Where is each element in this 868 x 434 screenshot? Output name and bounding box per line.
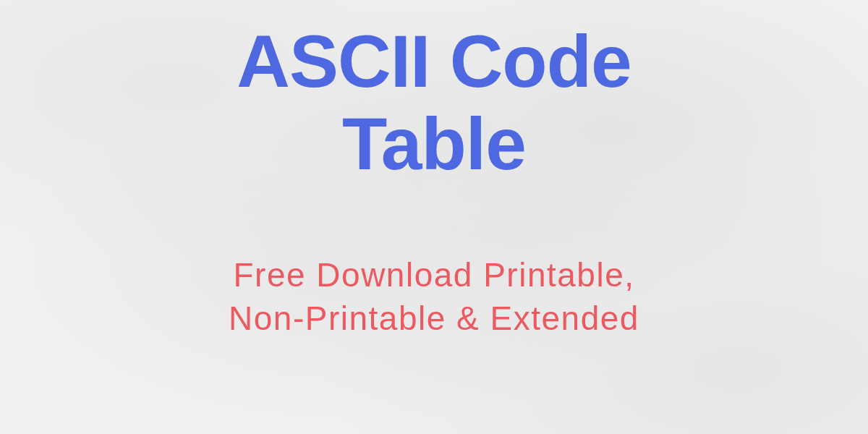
title-line-1: ASCII Code xyxy=(237,20,631,103)
title-line-2: Table xyxy=(342,103,526,185)
subtitle-line-2: Non-Printable & Extended xyxy=(229,299,639,337)
subtitle-line-1: Free Download Printable, xyxy=(233,256,634,294)
subtitle: Free Download Printable, Non-Printable &… xyxy=(229,254,639,341)
main-title: ASCII Code Table xyxy=(237,20,631,185)
